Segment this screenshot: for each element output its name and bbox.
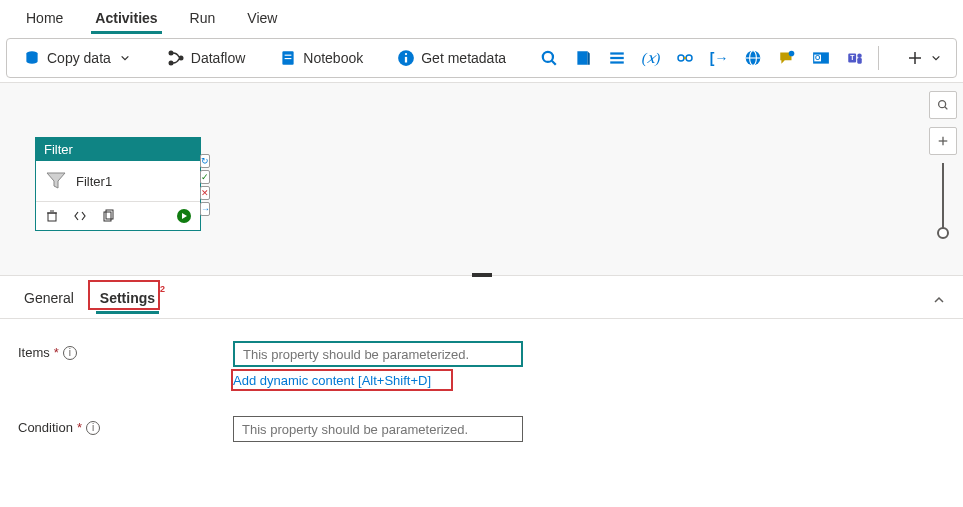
script-button[interactable] bbox=[566, 45, 600, 71]
tab-view[interactable]: View bbox=[233, 4, 291, 32]
svg-rect-15 bbox=[610, 61, 624, 63]
info-icon[interactable]: i bbox=[63, 346, 77, 360]
items-input[interactable] bbox=[233, 341, 523, 367]
svg-rect-28 bbox=[857, 58, 862, 64]
bracket-icon: [→ bbox=[710, 49, 728, 67]
semantic-button[interactable] bbox=[770, 45, 804, 71]
variable-icon: (𝑥) bbox=[642, 49, 660, 67]
settings-panel: Items * i Add dynamic content [Alt+Shift… bbox=[0, 318, 963, 492]
notebook-icon bbox=[279, 49, 297, 67]
node-type-label: Filter bbox=[36, 138, 200, 161]
chat-icon bbox=[778, 49, 796, 67]
function-icon bbox=[676, 49, 694, 67]
svg-rect-12 bbox=[577, 51, 587, 65]
collapse-panel-button[interactable] bbox=[931, 292, 947, 308]
svg-rect-14 bbox=[610, 57, 624, 59]
settings-error-count: 2 bbox=[160, 284, 165, 294]
functions-button[interactable] bbox=[668, 45, 702, 71]
tab-settings-label: Settings bbox=[100, 290, 155, 306]
svg-point-9 bbox=[405, 53, 407, 55]
required-asterisk: * bbox=[54, 345, 59, 360]
svg-point-10 bbox=[543, 52, 553, 62]
outlook-button[interactable]: O bbox=[804, 45, 838, 71]
dataflow-button[interactable]: Dataflow bbox=[159, 45, 253, 71]
svg-rect-6 bbox=[285, 58, 292, 59]
port-failure[interactable]: ✕ bbox=[200, 186, 210, 200]
port-success[interactable]: ✓ bbox=[200, 170, 210, 184]
svg-point-38 bbox=[939, 101, 946, 108]
svg-rect-35 bbox=[104, 212, 111, 221]
teams-button[interactable]: T bbox=[838, 45, 872, 71]
kql-button[interactable]: [→ bbox=[702, 45, 736, 71]
dataflow-icon bbox=[167, 49, 185, 67]
tab-general[interactable]: General bbox=[16, 286, 82, 314]
filter-activity-node[interactable]: Filter Filter1 ↻ ✓ ✕ → bbox=[35, 137, 201, 231]
copy-data-label: Copy data bbox=[47, 50, 111, 66]
notebook-button[interactable]: Notebook bbox=[271, 45, 371, 71]
delete-icon[interactable] bbox=[44, 208, 60, 224]
list-icon bbox=[608, 49, 626, 67]
zoom-slider[interactable] bbox=[942, 163, 944, 233]
canvas-controls bbox=[929, 91, 957, 233]
add-dynamic-content-link[interactable]: Add dynamic content [Alt+Shift+D] bbox=[233, 373, 523, 388]
port-completion[interactable]: ↻ bbox=[200, 154, 210, 168]
svg-point-2 bbox=[168, 61, 173, 66]
zoom-handle[interactable] bbox=[937, 227, 949, 239]
filter-icon bbox=[44, 169, 68, 193]
items-label: Items * i bbox=[18, 341, 233, 360]
svg-line-11 bbox=[552, 61, 556, 65]
lookup-button[interactable] bbox=[532, 45, 566, 71]
search-icon bbox=[540, 49, 558, 67]
activities-toolbar: Copy data Dataflow Notebook Get metadata bbox=[6, 38, 957, 78]
variable-button[interactable]: (𝑥) bbox=[634, 45, 668, 71]
svg-point-27 bbox=[857, 54, 862, 59]
svg-point-1 bbox=[168, 51, 173, 56]
tab-home[interactable]: Home bbox=[12, 4, 77, 32]
svg-rect-32 bbox=[48, 213, 56, 221]
tab-settings[interactable]: Settings 2 bbox=[92, 286, 163, 314]
notebook-label: Notebook bbox=[303, 50, 363, 66]
tab-activities[interactable]: Activities bbox=[81, 4, 171, 32]
copy-icon[interactable] bbox=[100, 208, 116, 224]
run-icon[interactable] bbox=[176, 208, 192, 224]
stored-proc-button[interactable] bbox=[600, 45, 634, 71]
canvas-search-button[interactable] bbox=[929, 91, 957, 119]
svg-rect-5 bbox=[285, 55, 292, 56]
chevron-down-icon bbox=[928, 50, 944, 66]
required-asterisk: * bbox=[77, 420, 82, 435]
dataflow-label: Dataflow bbox=[191, 50, 245, 66]
svg-point-22 bbox=[789, 51, 795, 57]
pipeline-canvas[interactable]: Filter Filter1 ↻ ✓ ✕ → bbox=[0, 82, 963, 276]
globe-icon bbox=[744, 49, 762, 67]
teams-icon: T bbox=[846, 49, 864, 67]
port-skip[interactable]: → bbox=[200, 202, 210, 216]
svg-point-16 bbox=[678, 55, 684, 61]
copy-data-button[interactable]: Copy data bbox=[15, 45, 141, 71]
info-icon[interactable]: i bbox=[86, 421, 100, 435]
svg-rect-8 bbox=[405, 57, 407, 63]
info-icon bbox=[397, 49, 415, 67]
script-icon bbox=[574, 49, 592, 67]
get-metadata-label: Get metadata bbox=[421, 50, 506, 66]
config-tabs: General Settings 2 bbox=[0, 276, 963, 314]
code-icon[interactable] bbox=[72, 208, 88, 224]
condition-input[interactable] bbox=[233, 416, 523, 442]
svg-point-17 bbox=[686, 55, 692, 61]
chevron-down-icon bbox=[117, 50, 133, 66]
svg-text:O: O bbox=[815, 54, 820, 61]
get-metadata-button[interactable]: Get metadata bbox=[389, 45, 514, 71]
svg-line-39 bbox=[945, 107, 948, 110]
svg-rect-36 bbox=[106, 210, 113, 219]
zoom-in-button[interactable] bbox=[929, 127, 957, 155]
add-activity-button[interactable] bbox=[902, 45, 948, 71]
toolbar-divider bbox=[878, 46, 879, 70]
node-output-ports: ↻ ✓ ✕ → bbox=[200, 154, 210, 216]
main-tabs: Home Activities Run View bbox=[0, 0, 963, 36]
outlook-icon: O bbox=[812, 49, 830, 67]
tab-run[interactable]: Run bbox=[176, 4, 230, 32]
svg-rect-13 bbox=[610, 52, 624, 54]
node-name-label: Filter1 bbox=[76, 174, 112, 189]
web-button[interactable] bbox=[736, 45, 770, 71]
database-icon bbox=[23, 49, 41, 67]
plus-icon bbox=[906, 49, 924, 67]
